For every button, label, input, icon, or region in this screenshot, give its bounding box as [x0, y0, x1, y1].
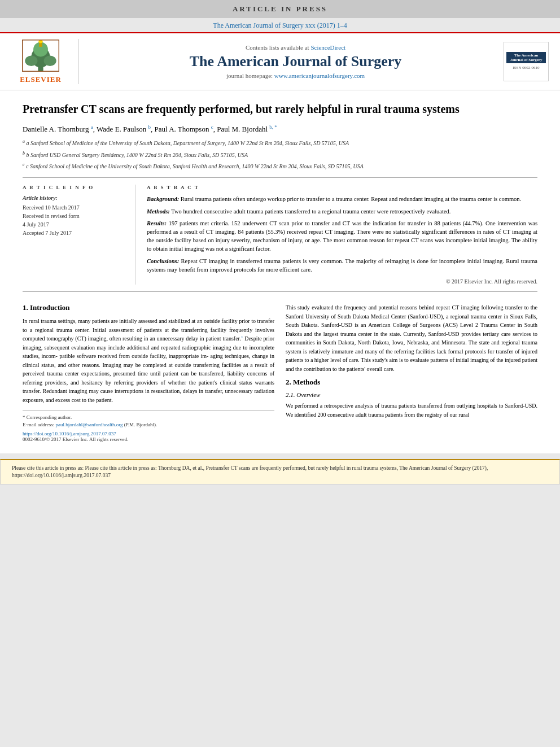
accepted-date: Accepted 7 July 2017	[23, 229, 126, 237]
abstract-background: Background: Rural trauma patients often …	[147, 195, 537, 203]
footnote-area: * Corresponding author. E-mail address: …	[23, 410, 274, 442]
article-info-abstract-section: A R T I C L E I N F O Article history: R…	[23, 185, 537, 285]
corresponding-author-note: * Corresponding author.	[23, 414, 274, 421]
received-date: Received 10 March 2017	[23, 203, 126, 212]
revised-label: Received in revised form	[23, 212, 126, 220]
affiliation-b: b b Sanford USD General Surgery Residenc…	[23, 150, 537, 159]
abstract-methods: Methods: Two hundred consecutive adult t…	[147, 207, 537, 216]
journal-header: ELSEVIER Contents lists available at Sci…	[0, 32, 560, 90]
body-section: 1. Introduction In rural trauma settings…	[23, 303, 537, 442]
svg-point-6	[38, 40, 42, 43]
divider-1	[23, 177, 537, 178]
doi-line[interactable]: https://doi.org/10.1016/j.amjsurg.2017.0…	[23, 431, 274, 436]
body-col-right: This study evaluated the frequency and p…	[286, 303, 537, 442]
science-direct-link[interactable]: ScienceDirect	[310, 44, 345, 51]
journal-citation-line: The American Journal of Surgery xxx (201…	[0, 18, 560, 32]
email-link[interactable]: paul.bjordahl@sanfordhealth.org	[55, 422, 123, 427]
svg-point-3	[44, 56, 56, 66]
science-direct-line: Contents lists available at ScienceDirec…	[88, 44, 504, 51]
elsevier-label: ELSEVIER	[20, 75, 62, 84]
journal-logo-right: The American Journal of Surgery ISSN 000…	[504, 42, 549, 81]
main-content: Pretransfer CT scans are frequently perf…	[0, 90, 560, 453]
intro-heading: 1. Introduction	[23, 303, 274, 312]
article-info-column: A R T I C L E I N F O Article history: R…	[23, 185, 135, 285]
methods-para-1: We performed a retrospective analysis of…	[286, 401, 537, 419]
methods-subheading: 2.1. Overview	[286, 391, 537, 398]
history-label: Article history:	[23, 195, 126, 201]
intro-para-1: In rural trauma settings, many patients …	[23, 317, 274, 404]
abstract-results: Results: 197 patients met criteria. 152 …	[147, 219, 537, 254]
email-footnote: E-mail address: paul.bjordahl@sanfordhea…	[23, 421, 274, 429]
affiliations: a a Sanford School of Medicine of the Un…	[23, 138, 537, 147]
intro-para-2: This study evaluated the frequency and p…	[286, 303, 537, 373]
authors-line: Danielle A. Thornburg a, Wade E. Paulson…	[23, 124, 537, 134]
body-col-left: 1. Introduction In rural trauma settings…	[23, 303, 274, 442]
abstract-column: A B S T R A C T Background: Rural trauma…	[147, 185, 537, 285]
article-in-press-banner: ARTICLE IN PRESS	[0, 0, 560, 18]
divider-2	[23, 291, 537, 292]
body-two-col: 1. Introduction In rural trauma settings…	[23, 303, 537, 442]
journal-main-title: The American Journal of Surgery	[88, 53, 504, 70]
methods-heading: 2. Methods	[286, 378, 537, 387]
journal-homepage-line: journal homepage: www.americanjournalofs…	[88, 72, 504, 79]
homepage-link[interactable]: www.americanjournalofsurgery.com	[274, 72, 365, 79]
revised-date: 4 July 2017	[23, 220, 126, 229]
elsevier-logo: ELSEVIER	[11, 39, 79, 84]
article-info-heading: A R T I C L E I N F O	[23, 185, 126, 190]
abstract-heading: A B S T R A C T	[147, 185, 537, 190]
bottom-citation-bar: Please cite this article in press as: Pl…	[0, 459, 560, 485]
copyright-line: © 2017 Elsevier Inc. All rights reserved…	[147, 278, 537, 285]
journal-title-block: Contents lists available at ScienceDirec…	[88, 44, 504, 79]
issn-line: 0002-9610/© 2017 Elsevier Inc. All right…	[23, 436, 274, 442]
abstract-conclusions: Conclusions: Repeat CT imaging in transf…	[147, 257, 537, 274]
affiliation-c: c c Sanford School of Medicine of the Un…	[23, 161, 537, 171]
article-title: Pretransfer CT scans are frequently perf…	[23, 102, 537, 116]
elsevier-tree-svg	[18, 39, 63, 73]
svg-point-2	[25, 56, 37, 66]
